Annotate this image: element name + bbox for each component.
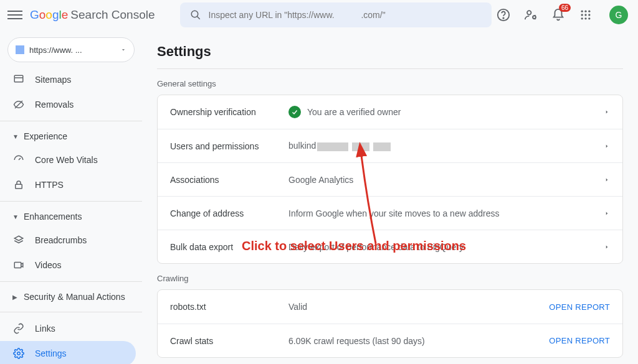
sidebar-item-label: Core Web Vitals <box>35 155 98 165</box>
sidebar-item-label: HTTPS <box>35 180 64 190</box>
svg-point-4 <box>527 11 531 14</box>
notif-badge: 66 <box>559 4 571 12</box>
row-value: Valid <box>288 302 307 312</box>
svg-point-3 <box>503 17 503 18</box>
sidebar-item-videos[interactable]: Videos <box>0 253 136 278</box>
hamburger-icon[interactable] <box>7 7 22 22</box>
sidebar-section-enhancements[interactable]: ▼ Enhancements <box>0 205 142 228</box>
row-ownership-verification[interactable]: Ownership verification You are a verifie… <box>158 95 622 129</box>
row-label: Change of address <box>170 208 288 218</box>
row-label: Ownership verification <box>170 107 288 117</box>
sidebar-item-label: Breadcrumbs <box>35 235 87 245</box>
chevron-down-icon: ▼ <box>12 133 19 140</box>
video-icon <box>12 259 25 271</box>
svg-point-11 <box>588 14 590 16</box>
chevron-right-icon <box>604 209 610 218</box>
svg-point-9 <box>581 14 583 16</box>
sidebar-item-sitemaps[interactable]: Sitemaps <box>0 67 136 92</box>
avatar[interactable]: G <box>609 6 628 24</box>
sidebar-item-removals[interactable]: Removals <box>0 92 136 117</box>
open-report-link[interactable]: OPEN REPORT <box>549 336 610 345</box>
sidebar-item-links[interactable]: Links <box>0 316 136 341</box>
crawling-card: robots.txt Valid OPEN REPORT Crawl stats… <box>157 289 623 358</box>
sidebar-item-label: Settings <box>35 348 67 358</box>
apps-grid-icon[interactable] <box>578 7 593 22</box>
svg-rect-15 <box>14 75 23 82</box>
svg-line-1 <box>197 16 200 19</box>
property-url: https://www. ... <box>29 45 115 55</box>
chevron-right-icon <box>604 142 610 151</box>
svg-point-14 <box>588 17 590 19</box>
chevron-right-icon <box>604 243 610 251</box>
svg-point-12 <box>581 17 583 19</box>
svg-point-7 <box>584 11 586 12</box>
row-users-permissions[interactable]: Users and permissions bulkind <box>158 129 622 162</box>
row-label: Associations <box>170 175 288 185</box>
removals-icon <box>12 98 25 111</box>
svg-point-8 <box>588 11 590 12</box>
svg-point-6 <box>581 11 583 12</box>
page-title: Settings <box>157 44 623 60</box>
app-header: Google Search Console 66 G <box>0 0 638 30</box>
search-input[interactable] <box>209 10 482 20</box>
sidebar-item-breadcrumbs[interactable]: Breadcrumbs <box>0 228 136 253</box>
product-logo[interactable]: Google Search Console <box>30 8 155 22</box>
chevron-down-icon: ▼ <box>12 213 19 220</box>
row-value: You are a verified owner <box>307 107 401 117</box>
open-report-link[interactable]: OPEN REPORT <box>549 302 610 312</box>
sidebar-item-label: Videos <box>35 260 62 270</box>
notifications-icon[interactable]: 66 <box>551 7 566 22</box>
svg-line-18 <box>19 158 21 160</box>
chevron-right-icon: ▶ <box>12 294 19 301</box>
row-value: bulkind <box>288 141 391 151</box>
sidebar-section-security[interactable]: ▶ Security & Manual Actions <box>0 286 142 308</box>
row-bulk-data-export[interactable]: Bulk data export Daily export of perform… <box>158 230 622 263</box>
row-change-of-address[interactable]: Change of address Inform Google when you… <box>158 196 622 230</box>
chevron-down-icon <box>120 47 126 53</box>
product-name: Search Console <box>70 8 155 22</box>
main-content: Settings General settings Ownership veri… <box>142 30 638 364</box>
row-label: Users and permissions <box>170 141 288 151</box>
row-value: 6.09K crawl requests (last 90 days) <box>288 336 425 346</box>
sidebar-section-label: Enhancements <box>24 212 82 222</box>
svg-point-10 <box>584 14 586 16</box>
svg-rect-20 <box>14 263 21 268</box>
svg-point-5 <box>533 16 536 19</box>
sidebar-item-label: Removals <box>35 100 74 110</box>
sidebar-section-experience[interactable]: ▼ Experience <box>0 125 142 147</box>
row-value: Inform Google when your site moves to a … <box>288 208 500 218</box>
general-settings-card: Ownership verification You are a verifie… <box>157 95 623 264</box>
sidebar-item-label: Sitemaps <box>35 75 71 85</box>
sidebar-item-cwv[interactable]: Core Web Vitals <box>0 147 136 172</box>
row-crawl-stats[interactable]: Crawl stats 6.09K crawl requests (last 9… <box>158 324 622 357</box>
svg-rect-19 <box>16 184 22 189</box>
chevron-right-icon <box>604 175 610 184</box>
people-settings-icon[interactable] <box>523 7 538 22</box>
speed-icon <box>12 154 25 166</box>
property-selector[interactable]: https://www. ... <box>7 37 135 62</box>
sidebar-item-label: Links <box>35 324 55 334</box>
row-label: Bulk data export <box>170 242 288 252</box>
row-associations[interactable]: Associations Google Analytics <box>158 162 622 196</box>
search-icon <box>190 9 201 21</box>
svg-point-21 <box>17 352 21 355</box>
sidebar: https://www. ... Sitemaps Removals ▼ Exp… <box>0 30 142 364</box>
row-label: robots.txt <box>170 302 288 312</box>
sidebar-item-settings[interactable]: Settings <box>0 341 136 364</box>
url-inspect-search[interactable] <box>180 2 492 27</box>
header-actions: 66 G <box>496 6 631 24</box>
sidebar-item-https[interactable]: HTTPS <box>0 172 136 197</box>
help-icon[interactable] <box>496 7 511 22</box>
layers-icon <box>12 234 25 246</box>
property-icon <box>16 45 24 54</box>
gear-icon <box>12 347 25 360</box>
sitemaps-icon <box>12 73 25 86</box>
check-circle-icon <box>288 106 301 118</box>
row-value: Google Analytics <box>288 175 353 185</box>
section-crawling: Crawling <box>157 274 623 283</box>
svg-point-0 <box>191 11 198 17</box>
row-robots-txt[interactable]: robots.txt Valid OPEN REPORT <box>158 290 622 324</box>
sidebar-section-label: Experience <box>24 131 67 141</box>
link-icon <box>12 322 25 335</box>
row-value: Daily export of performance data to BigQ… <box>288 242 464 252</box>
